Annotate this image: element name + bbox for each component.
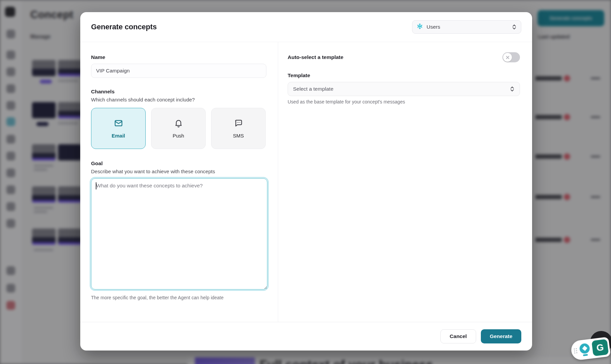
channel-card-sms[interactable]: SMS xyxy=(211,108,266,149)
generate-button[interactable]: Generate xyxy=(481,329,521,343)
template-select[interactable]: Select a template xyxy=(288,82,520,96)
text-caret xyxy=(96,182,96,189)
grammarly-logo-icon[interactable]: G xyxy=(591,339,609,356)
channels-question: Which channels should each concept inclu… xyxy=(91,97,266,102)
goal-helper-text: The more specific the goal, the better t… xyxy=(91,295,266,300)
chevron-up-down-icon xyxy=(512,24,517,30)
auto-select-label: Auto-select a template xyxy=(288,54,343,60)
modal-left-pane: Name Channels Which channels should each… xyxy=(80,42,278,322)
modal-right-pane: Auto-select a template Template Select a… xyxy=(278,42,532,322)
cancel-button[interactable]: Cancel xyxy=(440,329,476,343)
lightbulb-icon[interactable] xyxy=(578,343,591,357)
snowflake-icon xyxy=(417,23,423,31)
x-icon xyxy=(505,55,510,60)
modal-footer: Cancel Generate xyxy=(80,322,532,350)
channel-cards: Email Push xyxy=(91,108,266,149)
goal-textarea[interactable] xyxy=(91,178,267,290)
goal-section: Goal Describe what you want to achieve w… xyxy=(91,160,266,300)
template-select-value: Select a template xyxy=(293,86,333,92)
audience-select[interactable]: Users xyxy=(412,20,521,34)
template-label: Template xyxy=(288,72,520,79)
channel-card-label: SMS xyxy=(233,133,244,139)
email-icon xyxy=(114,119,123,129)
chevron-up-down-icon xyxy=(510,86,515,92)
channel-card-email[interactable]: Email xyxy=(91,108,146,149)
goal-description: Describe what you want to achieve with t… xyxy=(91,169,266,174)
name-input[interactable] xyxy=(91,64,266,78)
channels-section: Channels Which channels should each conc… xyxy=(91,89,266,149)
toggle-knob xyxy=(503,53,512,62)
name-label: Name xyxy=(91,54,266,60)
audience-select-value: Users xyxy=(427,24,440,30)
auto-select-toggle[interactable] xyxy=(502,52,520,62)
bell-icon xyxy=(174,119,183,129)
modal-body: Name Channels Which channels should each… xyxy=(80,42,532,322)
auto-select-row: Auto-select a template xyxy=(288,52,520,62)
channel-card-label: Push xyxy=(173,133,184,139)
sms-bubble-icon xyxy=(234,119,243,129)
drag-handle-dots-icon[interactable] xyxy=(574,348,577,353)
generate-concepts-modal: Generate concepts Users Name Channels xyxy=(80,12,532,351)
channel-card-label: Email xyxy=(112,133,125,139)
channel-card-push[interactable]: Push xyxy=(151,108,206,149)
modal-title: Generate concepts xyxy=(91,23,157,31)
modal-header: Generate concepts Users xyxy=(80,12,532,42)
goal-label: Goal xyxy=(91,160,266,166)
channels-label: Channels xyxy=(91,89,266,95)
template-helper-text: Used as the base template for your conce… xyxy=(288,99,520,104)
